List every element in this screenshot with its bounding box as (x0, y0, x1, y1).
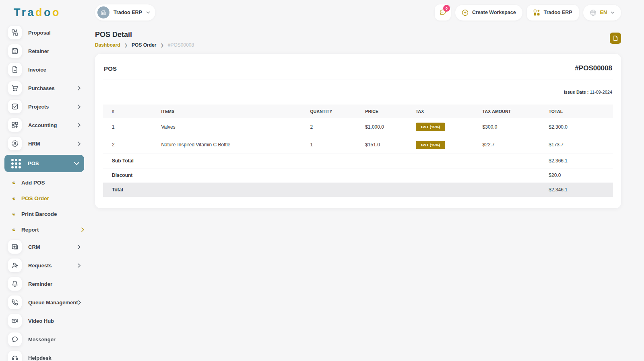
sidebar-item-video-hub[interactable]: Video Hub (4, 314, 84, 328)
projects-icon (8, 100, 22, 113)
chevron-right-icon (78, 142, 80, 146)
sidebar-subitem-label: POS Order (21, 195, 49, 201)
brand-letter: o (52, 6, 61, 18)
sidebar-item-proposal[interactable]: Proposal (4, 25, 84, 40)
erp-app-button[interactable]: Tradoo ERP (527, 5, 579, 21)
sidebar-item-label: Proposal (28, 30, 51, 36)
sidebar-item-messenger[interactable]: Messenger (4, 332, 84, 347)
export-button[interactable] (610, 33, 621, 44)
create-workspace-button[interactable]: Create Workspace (455, 5, 522, 21)
video-hub-icon (8, 314, 22, 328)
table-cell: $300.0 (483, 118, 549, 136)
sidebar-item-pos[interactable]: POS (4, 155, 84, 172)
table-cell: $1,000.0 (365, 118, 415, 136)
sidebar-item-accounting[interactable]: Accounting (4, 118, 84, 132)
pos-items-table: #ITEMSQUANTITYPRICETAXTAX AMOUNTTOTAL 1V… (103, 105, 613, 197)
document-icon (613, 35, 618, 41)
sidebar-item-label: HRM (28, 141, 40, 147)
sidebar-nav: ProposalRetainerInvoicePurchasesProjects… (0, 24, 89, 361)
breadcrumb-separator: ❯ (124, 43, 128, 47)
chevron-down-icon (611, 11, 615, 14)
tax-cell: GST (15%) (416, 118, 483, 136)
chevron-right-icon (78, 300, 81, 305)
table-cell: $151.0 (365, 136, 415, 154)
sidebar-item-hrm[interactable]: HRM (4, 136, 84, 151)
queue-management-icon (8, 295, 22, 309)
main-area: Tradoo ERP 0 Create Workspace (89, 0, 644, 208)
pos-detail-card: POS #POS00008 Issue Date : 11-09-2024 #I… (95, 54, 621, 208)
issue-date-value: 11-09-2024 (590, 90, 612, 94)
table-cell: 1 (103, 118, 161, 136)
workspace-selector[interactable]: Tradoo ERP (95, 4, 155, 21)
table-cell: Nature-Inspired Vitamin C Bottle (161, 136, 310, 154)
card-title: POS (104, 65, 117, 72)
sidebar-item-queue-management[interactable]: Queue Management (4, 295, 84, 310)
chat-badge: 0 (443, 5, 450, 12)
sidebar-item-label: Purchases (28, 85, 55, 91)
erp-app-label: Tradoo ERP (544, 10, 572, 15)
sidebar-item-label: Accounting (28, 122, 57, 128)
sidebar-item-label: Video Hub (28, 318, 54, 324)
sidebar-subitem-label: Report (21, 227, 39, 233)
table-row: 1Valves2$1,000.0GST (15%)$300.0$2,300.0 (103, 118, 613, 136)
breadcrumb-separator: ❯ (160, 43, 163, 47)
sidebar-item-invoice[interactable]: Invoice (4, 62, 84, 77)
chevron-right-icon (78, 105, 80, 109)
sidebar-item-purchases[interactable]: Purchases (4, 81, 84, 95)
bullet-icon (12, 197, 15, 200)
sidebar-item-label: CRM (28, 244, 40, 250)
page-head: POS Detail Dashboard ❯ POS Order ❯ #POS0… (89, 25, 644, 48)
chat-button[interactable]: 0 (435, 4, 451, 21)
sidebar-subitem-report[interactable]: Report (12, 224, 84, 236)
breadcrumb-dashboard[interactable]: Dashboard (95, 42, 120, 48)
table-cell: $173.7 (549, 136, 613, 154)
sidebar-item-projects[interactable]: Projects (4, 99, 84, 114)
sidebar-subitem-add-pos[interactable]: Add POS (12, 177, 84, 189)
sidebar-item-retainer[interactable]: Retainer (4, 44, 84, 58)
sidebar-item-reminder[interactable]: Reminder (4, 277, 84, 291)
topbar-right: 0 Create Workspace Tradoo ERP (435, 4, 621, 21)
summary-value: $2,346.1 (549, 183, 613, 197)
table-cell: 2 (103, 136, 161, 154)
tax-badge: GST (15%) (416, 123, 446, 131)
retainer-icon (8, 44, 22, 58)
summary-row-total: Total$2,346.1 (103, 183, 613, 197)
summary-row-discount: Discount$20.0 (103, 168, 613, 183)
column-header-tax: TAX (416, 105, 483, 118)
table-cell: 1 (310, 136, 365, 154)
sidebar-item-label: Messenger (28, 336, 56, 343)
summary-value: $2,366.1 (549, 154, 613, 168)
table-row: 2Nature-Inspired Vitamin C Bottle1$151.0… (103, 136, 613, 154)
language-label: EN (600, 10, 607, 15)
column-header-total: TOTAL (549, 105, 613, 118)
create-workspace-label: Create Workspace (472, 10, 516, 15)
bullet-icon (12, 228, 15, 231)
crm-icon (8, 240, 22, 254)
brand-letter: d (35, 6, 44, 18)
sidebar-subitem-print-barcode[interactable]: Print Barcode (12, 208, 84, 220)
workspace-label: Tradoo ERP (114, 10, 142, 15)
column-header--: # (103, 105, 161, 118)
table-cell: Valves (161, 118, 310, 136)
sidebar-item-helpdesk[interactable]: Helpdesk (4, 351, 84, 361)
sidebar-item-requests[interactable]: Requests (4, 258, 84, 273)
hrm-icon (8, 137, 22, 150)
proposal-icon (8, 26, 22, 39)
sidebar-item-crm[interactable]: CRM (4, 240, 84, 254)
messenger-icon (8, 332, 22, 346)
purchases-icon (8, 81, 22, 95)
invoice-icon (8, 63, 22, 76)
sidebar: Tradoo ProposalRetainerInvoicePurchasesP… (0, 0, 89, 361)
summary-label: Discount (103, 168, 549, 183)
bullet-icon (12, 213, 15, 215)
sidebar-item-label: Invoice (28, 67, 46, 73)
topbar: Tradoo ERP 0 Create Workspace (89, 0, 644, 25)
chevron-right-icon (78, 123, 80, 127)
sidebar-subitem-pos-order[interactable]: POS Order (12, 193, 84, 204)
language-selector[interactable]: EN (583, 5, 621, 21)
sidebar-item-label: Requests (28, 263, 52, 269)
issue-date: Issue Date : 11-09-2024 (104, 90, 612, 94)
sidebar-subitem-label: Print Barcode (21, 211, 57, 217)
chevron-down-icon (74, 162, 79, 165)
breadcrumb-pos-order[interactable]: POS Order (132, 42, 156, 48)
